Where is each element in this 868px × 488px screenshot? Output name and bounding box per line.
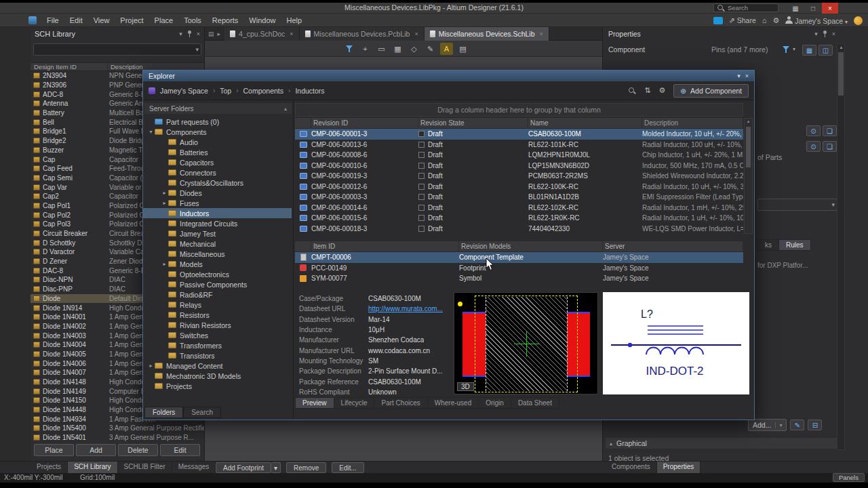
tree-item-switches[interactable]: Switches	[143, 330, 292, 340]
checkbox[interactable]	[418, 152, 425, 158]
close-tab-icon[interactable]: ×	[414, 30, 418, 37]
sheet-icon[interactable]: ▤	[456, 43, 469, 55]
restore-icon[interactable]: □	[804, 3, 822, 14]
delete-icon[interactable]: ⊟	[808, 420, 822, 430]
panel-tab-projects[interactable]: Projects	[31, 462, 68, 474]
component-revision-row[interactable]: CMP-006-00019-3DraftPCMB063T-2R2MSShield…	[295, 171, 743, 182]
checkbox[interactable]	[418, 205, 425, 211]
doc-tab-miscellaneous-devices-pcblib[interactable]: Miscellaneous Devices.PcbLib×	[300, 27, 425, 41]
column-header-name[interactable]: Name	[528, 118, 642, 128]
doc-tab-miscellaneous-devices-schlib[interactable]: Miscellaneous Devices.SchLib×	[425, 27, 549, 41]
scrollbar-thumb[interactable]	[746, 127, 751, 167]
scrollbar-thumb[interactable]	[838, 52, 844, 96]
menu-help[interactable]: Help	[281, 15, 307, 26]
pads-view-icon[interactable]: ▦	[802, 45, 816, 56]
tree-item-crystals-oscillators[interactable]: Crystals&Oscillators	[143, 178, 292, 188]
3d-toggle-badge[interactable]: 3D	[457, 382, 474, 391]
column-header-design-item-id[interactable]: Design Item ID	[31, 63, 108, 70]
tree-expand-icon[interactable]: ▸	[161, 190, 168, 196]
column-header-revision-models[interactable]: Revision Models	[459, 241, 603, 251]
menu-reports[interactable]: Reports	[208, 15, 243, 26]
column-header-revision-state[interactable]: Revision State	[418, 118, 528, 128]
tab-preview[interactable]: Preview	[295, 397, 334, 409]
menu-edit[interactable]: Edit	[65, 15, 87, 26]
tab-where-used[interactable]: Where-used	[428, 397, 479, 409]
move-icon[interactable]: +	[359, 43, 372, 55]
tree-item-batteries[interactable]: Batteries	[143, 147, 292, 157]
tree-expand-icon[interactable]: ▸	[161, 261, 168, 267]
panel-tab-properties[interactable]: Properties	[657, 462, 701, 474]
tree-item-radio-rf[interactable]: Radio&RF	[143, 289, 292, 300]
tab-origin[interactable]: Origin	[479, 397, 511, 409]
close-icon[interactable]: ×	[197, 30, 200, 37]
tree-item-rivian-resistors[interactable]: Rivian Resistors	[143, 320, 292, 330]
library-filter-combo[interactable]: ▾	[33, 43, 201, 56]
tree-item-part-requests-0[interactable]: Part requests (0)	[143, 117, 292, 127]
breadcrumb-top[interactable]: Top	[220, 87, 231, 95]
panel-tab-components[interactable]: Components	[606, 462, 657, 474]
menu-file[interactable]: File	[42, 15, 64, 26]
tab-data-sheet[interactable]: Data Sheet	[511, 397, 559, 409]
tree-item-capacitors[interactable]: Capacitors	[143, 157, 292, 167]
component-revision-row[interactable]: CMP-006-00008-6DraftLQM2HPN1R0MJ0LChip I…	[295, 150, 743, 161]
column-header-description[interactable]: Description	[642, 118, 743, 128]
tree-expand-icon[interactable]: ▾	[147, 129, 155, 135]
panel-menu-icon[interactable]: ▾	[179, 30, 182, 37]
checkbox[interactable]	[418, 215, 425, 221]
checkbox[interactable]	[418, 194, 425, 200]
close-icon[interactable]: ×	[745, 73, 749, 79]
tree-item-miscellaneous[interactable]: Miscellaneous	[143, 249, 292, 259]
panels-button[interactable]: Panels	[833, 473, 865, 482]
chat-icon[interactable]	[713, 17, 723, 24]
copy-icon[interactable]: ❏	[823, 141, 837, 152]
polygon-icon[interactable]: ◇	[408, 43, 420, 55]
tree-item-components[interactable]: ▾Components	[143, 127, 292, 137]
add-model-button[interactable]: Add... ▾	[748, 419, 787, 431]
eye-icon[interactable]: ⊙	[806, 125, 821, 136]
eye-icon[interactable]: ⊙	[806, 141, 821, 152]
sort-icon[interactable]: ⇅	[644, 86, 650, 95]
tree-item-audio[interactable]: Audio	[143, 137, 292, 147]
tree-item-mechatronic-3d-models[interactable]: Mechatronic 3D Models	[143, 371, 292, 381]
component-revision-row[interactable]: CMP-006-00018-3Draft74404042330WE-LQS SM…	[295, 224, 743, 235]
component-revision-row[interactable]: CMP-006-00003-3DraftBL01RN1A1D2BEMI Supp…	[295, 192, 743, 203]
component-revision-row[interactable]: CMP-006-00014-6DraftRL622-102K-RCRadial …	[295, 203, 743, 214]
checkbox[interactable]	[418, 226, 425, 232]
panel-tab-messages[interactable]: Messages	[172, 462, 216, 474]
search-icon[interactable]	[628, 87, 636, 95]
text-icon[interactable]: A	[440, 43, 453, 55]
doc-tab-4-cpu-schdoc[interactable]: 4_cpu.SchDoc×	[224, 27, 300, 41]
component-revision-row[interactable]: CMP-006-00010-6DraftLQP15MN3N6B02DInduct…	[295, 161, 743, 171]
breadcrumb-workspace[interactable]: Jamey's Space	[160, 87, 208, 95]
copy-icon[interactable]: ❏	[823, 125, 837, 136]
item-row-cmpt-00006[interactable]: CMPT-00006Component TemplateJamey's Spac…	[295, 252, 743, 263]
properties-scrollbar[interactable]: ▴	[837, 43, 845, 450]
graphical-section-header[interactable]: ▴ Graphical	[606, 438, 841, 449]
tab-folders[interactable]: Folders	[144, 407, 183, 418]
tree-item-managed-content[interactable]: ▸Managed Content	[143, 361, 292, 371]
tree-item-fuses[interactable]: ▸Fuses	[143, 198, 292, 208]
close-icon[interactable]: ×	[822, 3, 838, 14]
close-icon[interactable]: ×	[832, 30, 835, 37]
filter-icon[interactable]	[342, 43, 355, 55]
tab-scroll-icon[interactable]: ▸	[218, 30, 221, 37]
item-row-sym-00077[interactable]: SYM-00077SymbolJamey's Space	[295, 273, 743, 284]
library-row[interactable]: Diode 1N54013 Amp General Purpose R...	[31, 433, 204, 443]
tree-item-transformers[interactable]: Transformers	[143, 340, 292, 350]
collapse-icon[interactable]: ▴	[284, 106, 287, 112]
tree-item-projects[interactable]: Projects	[143, 381, 292, 391]
grid-icon[interactable]: ▦	[391, 43, 404, 55]
column-header-revision-id[interactable]: Revision ID	[311, 118, 418, 128]
symbol-preview[interactable]: L? IND-DOT-2	[603, 292, 749, 394]
edit-button[interactable]: Edit	[160, 444, 200, 456]
library-row[interactable]: Diode 1N54003 Amp General Purpose Rectif…	[31, 424, 204, 433]
component-revision-row[interactable]: CMP-006-00001-3DraftCSAB0630-100MMolded …	[295, 129, 743, 140]
tab-lifecycle[interactable]: Lifecycle	[334, 397, 375, 409]
global-search-box[interactable]: Search	[713, 3, 778, 12]
avatar[interactable]	[854, 16, 863, 25]
user-menu[interactable]: Jamey's Space ▾	[785, 16, 848, 25]
panel-menu-icon[interactable]: ▾	[814, 30, 818, 37]
close-tab-icon[interactable]: ×	[290, 30, 293, 37]
draw-line-icon[interactable]: ✎	[424, 43, 437, 55]
tree-expand-icon[interactable]: ▸	[147, 363, 155, 369]
